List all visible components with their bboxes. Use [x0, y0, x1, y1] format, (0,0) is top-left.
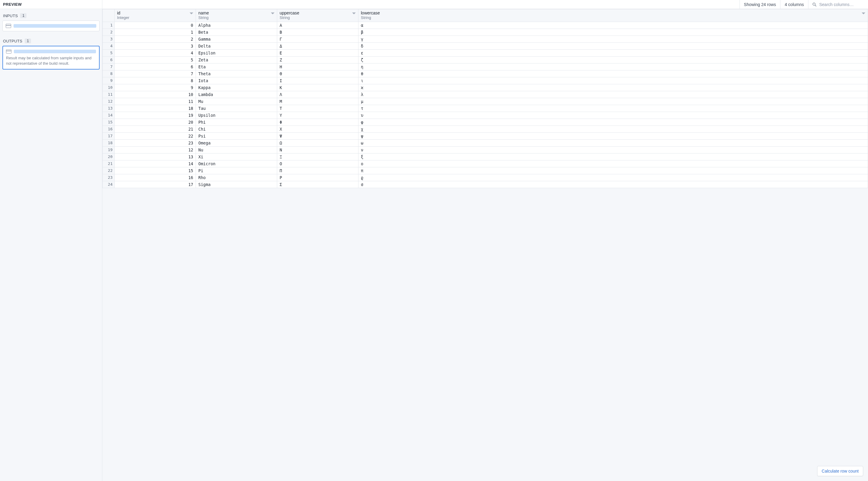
- cell-id[interactable]: 16: [115, 174, 196, 181]
- cols-indicator[interactable]: 4 columns: [780, 0, 808, 9]
- cell-name[interactable]: Tau: [196, 105, 277, 112]
- cell-uppercase[interactable]: Π: [277, 168, 359, 174]
- table-row[interactable]: 2417SigmaΣσ: [103, 181, 868, 188]
- cell-id[interactable]: 12: [115, 147, 196, 153]
- cell-name[interactable]: Iota: [196, 77, 277, 84]
- cell-lowercase[interactable]: ϱ: [359, 174, 868, 181]
- cell-name[interactable]: Phi: [196, 119, 277, 126]
- table-row[interactable]: 1318TauΤτ: [103, 105, 868, 112]
- cell-id[interactable]: 18: [115, 105, 196, 112]
- cell-uppercase[interactable]: Θ: [277, 70, 359, 77]
- cell-name[interactable]: Zeta: [196, 57, 277, 63]
- cell-uppercase[interactable]: Μ: [277, 98, 359, 105]
- table-row[interactable]: 65ZetaΖζ: [103, 57, 868, 63]
- table-row[interactable]: 98IotaΙι: [103, 77, 868, 84]
- table-row[interactable]: 43DeltaΔδ: [103, 43, 868, 50]
- cell-name[interactable]: Psi: [196, 133, 277, 140]
- table-row[interactable]: 1823OmegaΩω: [103, 140, 868, 147]
- cell-id[interactable]: 23: [115, 140, 196, 147]
- cell-name[interactable]: Mu: [196, 98, 277, 105]
- cell-id[interactable]: 2: [115, 36, 196, 43]
- calculate-row-count-button[interactable]: Calculate row count: [817, 466, 863, 476]
- cell-uppercase[interactable]: Χ: [277, 126, 359, 133]
- table-row[interactable]: 1110LambdaΛλ: [103, 91, 868, 98]
- cell-lowercase[interactable]: π: [359, 168, 868, 174]
- cell-id[interactable]: 19: [115, 112, 196, 119]
- cell-uppercase[interactable]: Ω: [277, 140, 359, 147]
- cell-name[interactable]: Alpha: [196, 22, 277, 29]
- cell-name[interactable]: Lambda: [196, 91, 277, 98]
- cell-lowercase[interactable]: ι: [359, 77, 868, 84]
- column-header-id[interactable]: idInteger: [115, 9, 196, 22]
- cell-name[interactable]: Gamma: [196, 36, 277, 43]
- cell-name[interactable]: Epsilon: [196, 50, 277, 57]
- cell-uppercase[interactable]: Ξ: [277, 153, 359, 160]
- table-row[interactable]: 1621ChiΧχ: [103, 126, 868, 133]
- table-row[interactable]: 2114OmicronΟο: [103, 160, 868, 168]
- cell-lowercase[interactable]: δ: [359, 43, 868, 50]
- column-menu-icon[interactable]: [271, 11, 275, 15]
- cell-id[interactable]: 0: [115, 22, 196, 29]
- cell-name[interactable]: Omicron: [196, 160, 277, 168]
- table-row[interactable]: 10AlphaΑα: [103, 22, 868, 29]
- table-row[interactable]: 87ThetaΘθ: [103, 70, 868, 77]
- table-row[interactable]: 32GammaΓγ: [103, 36, 868, 43]
- cell-lowercase[interactable]: λ: [359, 91, 868, 98]
- cell-name[interactable]: Rho: [196, 174, 277, 181]
- cell-lowercase[interactable]: μ: [359, 98, 868, 105]
- cell-uppercase[interactable]: Η: [277, 63, 359, 70]
- cell-lowercase[interactable]: ϰ: [359, 84, 868, 91]
- cell-uppercase[interactable]: Ρ: [277, 174, 359, 181]
- table-row[interactable]: 1722PsiΨψ: [103, 133, 868, 140]
- table-row[interactable]: 1419UpsilonΥυ: [103, 112, 868, 119]
- cell-uppercase[interactable]: Α: [277, 22, 359, 29]
- cell-id[interactable]: 21: [115, 126, 196, 133]
- cell-name[interactable]: Theta: [196, 70, 277, 77]
- cell-name[interactable]: Kappa: [196, 84, 277, 91]
- search-columns[interactable]: [808, 0, 868, 9]
- cell-id[interactable]: 13: [115, 153, 196, 160]
- cell-uppercase[interactable]: Ε: [277, 50, 359, 57]
- table-row[interactable]: 1520PhiΦφ: [103, 119, 868, 126]
- cell-uppercase[interactable]: Λ: [277, 91, 359, 98]
- cell-name[interactable]: Chi: [196, 126, 277, 133]
- column-menu-icon[interactable]: [190, 11, 193, 15]
- cell-id[interactable]: 7: [115, 70, 196, 77]
- cell-lowercase[interactable]: φ: [359, 119, 868, 126]
- cell-uppercase[interactable]: Ι: [277, 77, 359, 84]
- cell-lowercase[interactable]: τ: [359, 105, 868, 112]
- cell-name[interactable]: Beta: [196, 29, 277, 36]
- cell-id[interactable]: 8: [115, 77, 196, 84]
- cell-id[interactable]: 3: [115, 43, 196, 50]
- table-row[interactable]: 2215PiΠπ: [103, 168, 868, 174]
- cell-uppercase[interactable]: Σ: [277, 181, 359, 188]
- search-columns-input[interactable]: [819, 2, 864, 7]
- table-row[interactable]: 21BetaΒβ: [103, 29, 868, 36]
- cell-name[interactable]: Sigma: [196, 181, 277, 188]
- cell-name[interactable]: Eta: [196, 63, 277, 70]
- cell-id[interactable]: 9: [115, 84, 196, 91]
- cell-uppercase[interactable]: Ζ: [277, 57, 359, 63]
- cell-lowercase[interactable]: γ: [359, 36, 868, 43]
- cell-lowercase[interactable]: χ: [359, 126, 868, 133]
- cell-id[interactable]: 14: [115, 160, 196, 168]
- cell-lowercase[interactable]: θ: [359, 70, 868, 77]
- cell-lowercase[interactable]: ξ: [359, 153, 868, 160]
- cell-uppercase[interactable]: Ν: [277, 147, 359, 153]
- cell-lowercase[interactable]: σ: [359, 181, 868, 188]
- cell-id[interactable]: 10: [115, 91, 196, 98]
- cell-lowercase[interactable]: υ: [359, 112, 868, 119]
- cell-id[interactable]: 15: [115, 168, 196, 174]
- cell-lowercase[interactable]: ω: [359, 140, 868, 147]
- cell-name[interactable]: Delta: [196, 43, 277, 50]
- cell-lowercase[interactable]: ο: [359, 160, 868, 168]
- cell-uppercase[interactable]: Ο: [277, 160, 359, 168]
- cell-lowercase[interactable]: α: [359, 22, 868, 29]
- cell-id[interactable]: 17: [115, 181, 196, 188]
- cell-uppercase[interactable]: Ψ: [277, 133, 359, 140]
- column-menu-icon[interactable]: [862, 11, 865, 15]
- cell-uppercase[interactable]: Γ: [277, 36, 359, 43]
- column-header-uppercase[interactable]: uppercaseString: [277, 9, 359, 22]
- cell-lowercase[interactable]: ψ: [359, 133, 868, 140]
- cell-uppercase[interactable]: Τ: [277, 105, 359, 112]
